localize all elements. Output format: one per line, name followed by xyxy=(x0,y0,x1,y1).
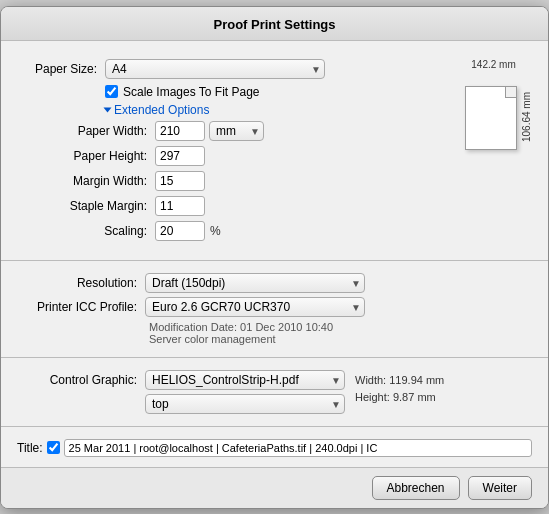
icc-modification-date: Modification Date: 01 Dec 2010 10:40 xyxy=(149,321,532,333)
preview-paper-icon xyxy=(465,86,517,150)
paper-height-input[interactable] xyxy=(155,146,205,166)
scaling-label: Scaling: xyxy=(37,224,147,238)
unit-select-wrapper: mm inch ▼ xyxy=(209,121,264,141)
scaling-input[interactable] xyxy=(155,221,205,241)
paper-height-label: Paper Height: xyxy=(37,149,147,163)
margin-width-label: Margin Width: xyxy=(37,174,147,188)
footer: Abbrechen Weiter xyxy=(1,467,548,508)
paper-size-label: Paper Size: xyxy=(17,62,97,76)
extended-options-label: Extended Options xyxy=(114,103,209,117)
resolution-select[interactable]: Draft (150dpi) 72dpi 150dpi 300dpi xyxy=(145,273,365,293)
extended-options-triangle-icon xyxy=(104,107,112,112)
icc-profile-label: Printer ICC Profile: xyxy=(17,300,137,314)
preview-width-dim: 142.2 mm xyxy=(471,59,515,70)
unit-select[interactable]: mm inch xyxy=(209,121,264,141)
control-graphic-file-wrapper: HELIOS_ControlStrip-H.pdf ▼ xyxy=(145,370,345,390)
icc-profile-select[interactable]: Euro 2.6 GCR70 UCR370 xyxy=(145,297,365,317)
next-button[interactable]: Weiter xyxy=(468,476,532,500)
control-graphic-dimensions: Width: 119.94 mm Height: 9.87 mm xyxy=(355,372,444,407)
staple-margin-input[interactable] xyxy=(155,196,205,216)
cancel-button[interactable]: Abbrechen xyxy=(372,476,460,500)
paper-width-label: Paper Width: xyxy=(37,124,147,138)
title-section: Title: xyxy=(1,433,548,463)
extended-options-content: Paper Width: mm inch ▼ Paper Height: xyxy=(17,121,445,241)
control-graphic-section: Control Graphic: HELIOS_ControlStrip-H.p… xyxy=(1,364,548,420)
icc-color-management: Server color management xyxy=(149,333,532,345)
paper-width-input[interactable] xyxy=(155,121,205,141)
scaling-unit: % xyxy=(210,224,221,238)
title-checkbox[interactable] xyxy=(47,441,60,454)
title-section-label: Title: xyxy=(17,441,43,455)
cg-height-label: Height: xyxy=(355,391,390,403)
control-graphic-position-select[interactable]: top bottom left right xyxy=(145,394,345,414)
extended-options-toggle[interactable]: Extended Options xyxy=(105,103,445,117)
control-graphic-file-select[interactable]: HELIOS_ControlStrip-H.pdf xyxy=(145,370,345,390)
resolution-select-wrapper: Draft (150dpi) 72dpi 150dpi 300dpi ▼ xyxy=(145,273,365,293)
cg-width-label: Width: xyxy=(355,374,386,386)
resolution-section: Resolution: Draft (150dpi) 72dpi 150dpi … xyxy=(1,267,548,351)
window-title: Proof Print Settings xyxy=(1,7,548,41)
scale-images-label: Scale Images To Fit Page xyxy=(123,85,260,99)
title-input[interactable] xyxy=(64,439,532,457)
resolution-label: Resolution: xyxy=(17,276,137,290)
control-graphic-label: Control Graphic: xyxy=(17,373,137,387)
paper-size-select-wrapper: A4 A3 Letter Legal ▼ xyxy=(105,59,325,79)
scale-images-checkbox[interactable] xyxy=(105,85,118,98)
paper-size-select[interactable]: A4 A3 Letter Legal xyxy=(105,59,325,79)
paper-preview: 142.2 mm 106.64 mm xyxy=(455,59,532,150)
preview-height-dim: 106.64 mm xyxy=(521,92,532,142)
staple-margin-label: Staple Margin: xyxy=(37,199,147,213)
cg-height-value: 9.87 mm xyxy=(393,391,436,403)
proof-print-settings-window: Proof Print Settings Paper Size: A4 A3 L… xyxy=(0,6,549,509)
control-graphic-position-wrapper: top bottom left right ▼ xyxy=(145,394,345,414)
cg-width-value: 119.94 mm xyxy=(389,374,444,386)
icc-profile-select-wrapper: Euro 2.6 GCR70 UCR370 ▼ xyxy=(145,297,365,317)
title-text: Proof Print Settings xyxy=(213,17,335,32)
margin-width-input[interactable] xyxy=(155,171,205,191)
